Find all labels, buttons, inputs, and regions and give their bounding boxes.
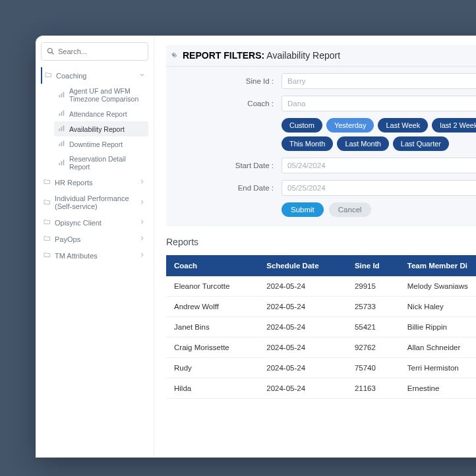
- folder-icon: [45, 71, 52, 80]
- svg-rect-3: [61, 93, 62, 97]
- gear-icon: [170, 50, 177, 61]
- sidebar-item[interactable]: Reservation Detail Report: [54, 152, 148, 174]
- chevron-right-icon: [138, 178, 146, 187]
- sidebar-item-label: Attendance Report: [69, 110, 127, 118]
- sidebar-folder[interactable]: PayOps: [41, 231, 148, 247]
- sidebar-folder-label: TM Attributes: [55, 252, 98, 260]
- svg-rect-7: [63, 110, 65, 115]
- sidebar-item[interactable]: Downtime Report: [54, 136, 148, 152]
- table-cell: 2024-05-24: [258, 358, 347, 378]
- date-range-pill[interactable]: This Month: [282, 136, 333, 151]
- bar-chart-icon: [58, 109, 65, 118]
- sidebar-folder[interactable]: TM Attributes: [41, 247, 148, 264]
- date-range-pill[interactable]: Last Week: [378, 118, 428, 133]
- chevron-down-icon: [138, 71, 146, 80]
- table-row[interactable]: Craig Morissette2024-05-2492762Allan Sch…: [166, 338, 476, 358]
- table-header-cell[interactable]: Sine Id: [347, 255, 400, 276]
- table-row[interactable]: Eleanor Turcotte2024-05-2429915Melody Sw…: [166, 276, 476, 297]
- sidebar-item[interactable]: Agent UF and WFM Timezone Comparison: [54, 84, 148, 106]
- report-filters-panel: REPORT FILTERS: Availability Report Sine…: [166, 45, 476, 226]
- svg-line-1: [52, 53, 54, 55]
- search-input[interactable]: [58, 47, 142, 55]
- nav-tree: CoachingAgent UF and WFM Timezone Compar…: [41, 67, 148, 264]
- table-cell: Allan Schneider: [400, 338, 476, 358]
- submit-button[interactable]: Submit: [282, 202, 324, 217]
- table-cell: 21163: [347, 378, 400, 399]
- sidebar-folder-label: PayOps: [55, 235, 80, 243]
- bar-chart-icon: [58, 159, 65, 167]
- table-row[interactable]: Hilda2024-05-2421163Ernestine: [166, 378, 476, 399]
- chevron-right-icon: [138, 251, 146, 260]
- sidebar: CoachingAgent UF and WFM Timezone Compar…: [36, 36, 154, 458]
- table-cell: 55421: [347, 317, 400, 338]
- table-header-cell[interactable]: Schedule Date: [258, 255, 347, 276]
- sidebar-folder[interactable]: Opisync Client: [41, 214, 148, 231]
- table-cell: 29915: [347, 276, 400, 297]
- coach-label: Coach :: [166, 100, 282, 107]
- table-header-cell[interactable]: Team Member Di: [400, 255, 476, 276]
- sidebar-item[interactable]: Availability Report: [54, 121, 148, 136]
- start-date-input[interactable]: [282, 158, 476, 173]
- table-cell: Rudy: [166, 358, 258, 378]
- sidebar-item-label: Reservation Detail Report: [69, 155, 144, 171]
- table-cell: Nick Haley: [400, 297, 476, 317]
- svg-rect-9: [61, 127, 62, 131]
- table-cell: 2024-05-24: [258, 338, 347, 358]
- svg-rect-11: [59, 144, 60, 146]
- date-range-pills: CustomYesterdayLast Weeklast 2 WeeksThis…: [282, 118, 476, 151]
- date-range-pill[interactable]: last 2 Weeks: [432, 118, 476, 133]
- svg-rect-16: [63, 160, 65, 165]
- sidebar-folder[interactable]: Individual Performance (Self-service): [41, 191, 148, 214]
- sidebar-item[interactable]: Attendance Report: [54, 106, 148, 121]
- folder-icon: [44, 251, 51, 260]
- table-cell: Melody Swaniaws: [400, 276, 476, 297]
- folder-icon: [44, 178, 51, 187]
- date-range-pill[interactable]: Yesterday: [326, 118, 374, 133]
- sidebar-folder[interactable]: Coaching: [41, 67, 148, 84]
- sidebar-folder[interactable]: HR Reports: [41, 174, 148, 191]
- cancel-button[interactable]: Cancel: [329, 202, 371, 217]
- sidebar-folder-label: Opisync Client: [55, 219, 102, 227]
- table-cell: 2024-05-24: [258, 276, 347, 297]
- search-box[interactable]: [41, 42, 148, 61]
- filter-header: REPORT FILTERS: Availability Report: [166, 45, 476, 67]
- chevron-right-icon: [138, 218, 146, 227]
- table-cell: Terri Hermiston: [400, 358, 476, 378]
- sidebar-folder-label: HR Reports: [55, 179, 92, 187]
- reports-table: CoachSchedule DateSine IdTeam Member Di …: [166, 255, 476, 399]
- sine-id-input[interactable]: [282, 73, 476, 89]
- sidebar-folder-label: Coaching: [56, 72, 86, 80]
- table-row[interactable]: Rudy2024-05-2475740Terri Hermiston: [166, 358, 476, 378]
- svg-rect-10: [63, 125, 65, 131]
- bar-chart-icon: [58, 125, 65, 133]
- end-date-label: End Date :: [166, 184, 282, 192]
- table-header-cell[interactable]: Coach: [166, 255, 258, 276]
- folder-icon: [44, 235, 51, 243]
- table-cell: 92762: [347, 338, 400, 358]
- folder-icon: [44, 198, 51, 207]
- svg-rect-5: [59, 113, 60, 115]
- folder-icon: [44, 218, 51, 227]
- table-row[interactable]: Janet Bins2024-05-2455421Billie Rippin: [166, 317, 476, 338]
- table-cell: 2024-05-24: [258, 378, 347, 399]
- date-range-pill[interactable]: Last Month: [337, 136, 388, 151]
- svg-rect-14: [59, 163, 60, 165]
- table-row[interactable]: Andrew Wolff2024-05-2425733Nick Haley: [166, 297, 476, 317]
- svg-rect-13: [63, 140, 65, 146]
- svg-rect-8: [59, 129, 60, 131]
- coach-input[interactable]: [282, 96, 476, 111]
- reports-section-title: Reports: [166, 237, 476, 247]
- search-icon: [47, 45, 54, 57]
- sidebar-folder-label: Individual Performance (Self-service): [55, 194, 138, 210]
- bar-chart-icon: [58, 91, 65, 100]
- main-content: REPORT FILTERS: Availability Report Sine…: [154, 36, 476, 458]
- table-cell: Ernestine: [400, 378, 476, 399]
- table-cell: 25733: [347, 297, 400, 317]
- table-cell: 2024-05-24: [258, 297, 347, 317]
- table-cell: 75740: [347, 358, 400, 378]
- svg-point-0: [47, 48, 52, 53]
- date-range-pill[interactable]: Custom: [282, 118, 322, 133]
- date-range-pill[interactable]: Last Quarter: [393, 136, 449, 151]
- end-date-input[interactable]: [282, 180, 476, 196]
- sidebar-item-label: Downtime Report: [69, 140, 123, 148]
